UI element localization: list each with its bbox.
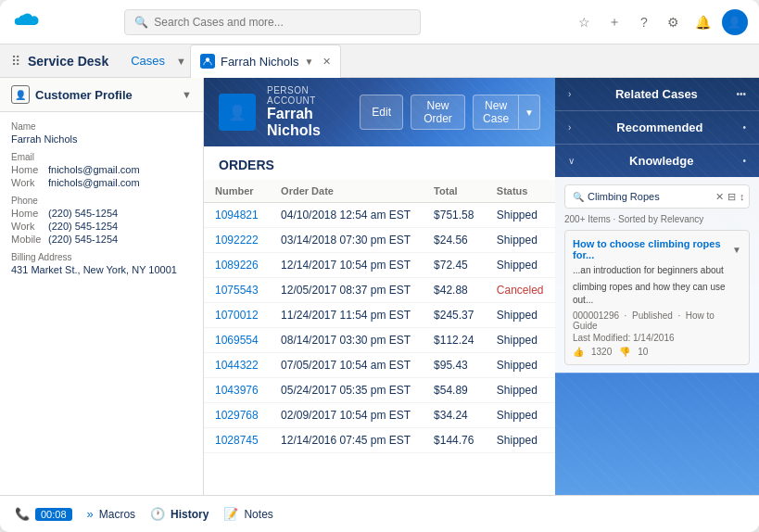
recommended-header[interactable]: › Recommended • (555, 111, 759, 144)
knowledge-chevron-down-icon: ∨ (568, 156, 575, 166)
card-last-modified: Last Modified: 1/14/2016 (573, 333, 741, 343)
email-home-row: Home fnichols@gmail.com (11, 164, 192, 175)
global-search-bar[interactable]: 🔍 (124, 9, 421, 35)
order-date: 11/24/2017 11:54 pm EST (270, 303, 423, 328)
card-id: 000001296 (573, 310, 619, 321)
call-item[interactable]: 📞 00:08 (15, 507, 72, 521)
phone-label: Phone (11, 196, 192, 206)
new-case-button[interactable]: New Case (473, 95, 519, 130)
card-expand-icon[interactable]: ▼ (732, 245, 741, 255)
add-icon[interactable]: ＋ (603, 11, 626, 33)
order-number[interactable]: 1028745 (204, 428, 270, 453)
related-cases-header[interactable]: › Related Cases ••• (555, 78, 759, 110)
knowledge-search-input[interactable] (588, 191, 715, 202)
person-name: Farrah Nichols (267, 106, 348, 139)
profile-icon: 👤 (11, 85, 30, 104)
history-item[interactable]: 🕐 History (150, 507, 209, 521)
order-number[interactable]: 1089226 (204, 253, 270, 278)
knowledge-title: Knowledge (629, 154, 693, 168)
salesforce-logo (11, 7, 41, 37)
table-row: 1029768 02/09/2017 10:54 pm EST $34.24 S… (204, 403, 555, 428)
order-total: $112.24 (423, 328, 486, 353)
order-number[interactable]: 1070012 (204, 303, 270, 328)
order-date: 02/09/2017 10:54 pm EST (270, 403, 423, 428)
cases-nav-item[interactable]: Cases (123, 50, 172, 71)
new-case-chevron[interactable]: ▼ (519, 95, 540, 130)
nav-chevron[interactable]: ▼ (176, 56, 186, 67)
likes-count: 1320 (591, 347, 612, 357)
knowledge-filter-icon[interactable]: ⊟ (727, 191, 736, 203)
phone-mobile-row: Mobile (220) 545-1254 (11, 234, 192, 245)
phone-icon: 📞 (15, 507, 30, 521)
knowledge-header[interactable]: ∨ Knowledge • (555, 145, 759, 177)
thumbs-down-icon: 👎 (619, 347, 630, 357)
recommended-chevron-icon: › (568, 122, 571, 133)
table-row: 1028745 12/14/2016 07:45 pm EST $144.76 … (204, 428, 555, 453)
knowledge-search-clear[interactable]: ✕ (715, 191, 724, 203)
new-order-button[interactable]: New Order (411, 95, 465, 130)
table-row: 1094821 04/10/2018 12:54 am EST $751.58 … (204, 203, 555, 228)
card-stats: 👍 1320 👎 10 (573, 347, 741, 357)
phone-work-label: Work (11, 221, 44, 232)
tab-close-icon[interactable]: ✕ (323, 56, 331, 68)
orders-section: ORDERS Number Order Date Total Status 10… (204, 146, 555, 495)
history-label: History (171, 508, 209, 521)
phone-home-label: Home (11, 208, 44, 219)
tab-chevron-icon[interactable]: ▼ (304, 57, 313, 67)
order-date: 04/10/2018 12:54 am EST (270, 203, 423, 228)
order-number[interactable]: 1092222 (204, 228, 270, 253)
name-value: Farrah Nichols (11, 133, 192, 145)
order-status: Shipped (486, 203, 555, 228)
knowledge-options[interactable]: • (742, 156, 746, 166)
billing-value: 431 Market St., New York, NY 10001 (11, 264, 192, 275)
thumbs-up-icon: 👍 (573, 347, 584, 357)
order-status: Shipped (486, 378, 555, 403)
avatar[interactable]: 👤 (722, 9, 748, 35)
order-date: 12/14/2017 10:54 pm EST (270, 253, 423, 278)
app-grid-icon[interactable]: ⠿ (11, 54, 20, 69)
edit-button[interactable]: Edit (360, 95, 403, 130)
orders-table: Number Order Date Total Status 1094821 0… (204, 180, 555, 453)
notification-icon[interactable]: 🔔 (692, 11, 715, 33)
order-number[interactable]: 1069554 (204, 328, 270, 353)
favorites-icon[interactable]: ☆ (574, 11, 596, 33)
related-cases-title: Related Cases (615, 87, 698, 101)
bottom-bar: 📞 00:08 » Macros 🕐 History 📝 Notes (0, 495, 759, 532)
customer-profile-title: Customer Profile (35, 88, 133, 102)
main-content: 👤 Customer Profile ▼ Name Farrah Nichols… (0, 78, 759, 495)
phone-mobile-label: Mobile (11, 234, 44, 245)
related-cases-options[interactable]: ••• (736, 89, 746, 99)
top-nav-icons: ☆ ＋ ? ⚙ 🔔 👤 (574, 9, 748, 35)
phone-field: Phone Home (220) 545-1254 Work (220) 545… (11, 196, 192, 245)
order-number[interactable]: 1044322 (204, 353, 270, 378)
help-icon[interactable]: ? (633, 11, 655, 33)
email-work-row: Work fnichols@gmail.com (11, 177, 192, 188)
settings-icon[interactable]: ⚙ (663, 11, 685, 33)
farrah-tab[interactable]: Farrah Nichols ▼ ✕ (190, 44, 341, 78)
order-number[interactable]: 1029768 (204, 403, 270, 428)
new-case-group: New Case ▼ (473, 95, 540, 130)
order-date: 05/24/2017 05:35 pm EST (270, 378, 423, 403)
card-title[interactable]: How to choose climbing ropes for... (573, 238, 732, 260)
profile-chevron-icon[interactable]: ▼ (182, 89, 192, 100)
recommended-options[interactable]: • (742, 122, 746, 133)
person-account-bar: 👤 Person Account Farrah Nichols Edit New… (204, 78, 555, 146)
col-status: Status (486, 180, 555, 203)
macros-item[interactable]: » Macros (87, 507, 136, 521)
search-input[interactable] (154, 16, 411, 29)
col-total: Total (423, 180, 486, 203)
order-number[interactable]: 1075543 (204, 278, 270, 303)
order-status: Shipped (486, 228, 555, 253)
order-status: Shipped (486, 303, 555, 328)
notes-item[interactable]: 📝 Notes (223, 507, 272, 521)
person-type: Person Account (267, 85, 348, 106)
order-date: 07/05/2017 10:54 am EST (270, 353, 423, 378)
knowledge-search[interactable]: 🔍 ✕ ⊟ ↕ (564, 184, 750, 209)
order-number[interactable]: 1094821 (204, 203, 270, 228)
order-number[interactable]: 1043976 (204, 378, 270, 403)
table-row: 1089226 12/14/2017 10:54 pm EST $72.45 S… (204, 253, 555, 278)
order-total: $34.24 (423, 403, 486, 428)
knowledge-sort-icon[interactable]: ↕ (740, 191, 745, 202)
center-panel: 👤 Person Account Farrah Nichols Edit New… (204, 78, 555, 495)
macros-label: Macros (99, 508, 135, 521)
